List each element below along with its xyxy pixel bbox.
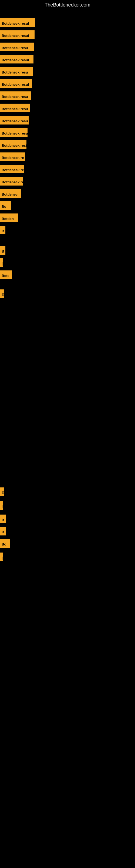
- bottleneck-item-17[interactable]: Bottlen: [0, 214, 18, 222]
- bottleneck-item-10[interactable]: Bottleneck resu: [0, 128, 28, 137]
- bottleneck-item-18[interactable]: B: [0, 226, 5, 235]
- bottleneck-item-7[interactable]: Bottleneck resu: [0, 91, 31, 100]
- bottleneck-item-24[interactable]: |: [0, 501, 3, 510]
- bottleneck-item-8[interactable]: Bottleneck resu: [0, 104, 30, 112]
- bottleneck-item-3[interactable]: Bottleneck resu: [0, 42, 34, 51]
- bottleneck-item-6[interactable]: Bottleneck resul: [0, 79, 32, 88]
- bottleneck-item-14[interactable]: Bottleneck re: [0, 177, 23, 186]
- bottleneck-item-23[interactable]: E: [0, 488, 4, 496]
- bottleneck-item-15[interactable]: Bottlenec: [0, 189, 21, 198]
- bottleneck-item-1[interactable]: Bottleneck resul: [0, 18, 35, 27]
- bottleneck-item-11[interactable]: Bottleneck rest: [0, 140, 27, 149]
- bottleneck-item-27[interactable]: Bo: [0, 539, 10, 548]
- bottleneck-item-28[interactable]: |: [0, 553, 3, 561]
- bottleneck-item-19[interactable]: B: [0, 246, 5, 255]
- site-title: TheBottlenecker.com: [0, 0, 135, 10]
- bottleneck-item-9[interactable]: Bottleneck resu: [0, 116, 29, 124]
- bottleneck-item-4[interactable]: Bottleneck resul: [0, 55, 34, 63]
- bottleneck-item-22[interactable]: E: [0, 289, 4, 298]
- bottleneck-item-26[interactable]: B: [0, 527, 6, 535]
- bottleneck-item-20[interactable]: |: [0, 258, 3, 267]
- bottleneck-item-5[interactable]: Bottleneck resu: [0, 67, 33, 76]
- bottleneck-item-16[interactable]: Bo: [0, 201, 11, 210]
- bottleneck-item-25[interactable]: B: [0, 515, 6, 523]
- bottleneck-item-12[interactable]: Bottleneck re: [0, 152, 25, 161]
- bottleneck-item-2[interactable]: Bottleneck resul: [0, 30, 35, 39]
- bottleneck-item-13[interactable]: Bottleneck re: [0, 165, 24, 173]
- bottleneck-item-21[interactable]: Bott: [0, 271, 12, 279]
